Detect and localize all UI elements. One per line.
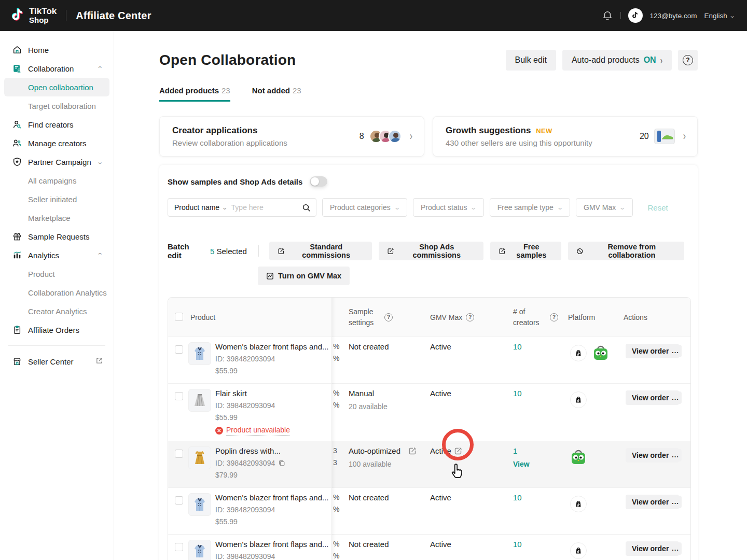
- sidebar-item-manage-creators[interactable]: Manage creators: [0, 134, 114, 152]
- sidebar-item-seller-initiated[interactable]: Seller initiated: [0, 190, 114, 208]
- sidebar-item-product-analytics[interactable]: Product: [0, 264, 114, 283]
- bulk-edit-button[interactable]: Bulk edit: [506, 50, 556, 71]
- button-label: Shop Ads commissions: [398, 243, 475, 259]
- shield-icon: [12, 157, 22, 166]
- clipboard-icon: [12, 325, 22, 334]
- more-actions-button[interactable]: ...: [669, 391, 682, 404]
- sidebar-item-marketplace[interactable]: Marketplace: [0, 208, 114, 227]
- button-label: Remove from collaboration: [588, 243, 676, 259]
- more-actions-button[interactable]: ...: [669, 496, 682, 508]
- button-label: Turn on GMV Max: [278, 272, 341, 280]
- show-samples-toggle[interactable]: [310, 176, 327, 187]
- tiktok-shop-platform-icon: [570, 345, 587, 361]
- edit-gmv-max-icon[interactable]: [454, 447, 462, 457]
- sidebar-item-creator-analytics[interactable]: Creator Analytics: [0, 302, 114, 320]
- sidebar-label: Find creators: [28, 120, 74, 129]
- product-title[interactable]: Women's blazer front flaps and...: [215, 342, 330, 351]
- table-row: Women's blazer front flaps and... ID: 39…: [168, 487, 690, 534]
- avatar: [388, 130, 402, 143]
- creator-applications-card[interactable]: Creator applications Review collaboratio…: [159, 116, 424, 157]
- product-title[interactable]: Women's blazer front flaps and...: [215, 540, 330, 549]
- sidebar-item-open-collaboration[interactable]: Open collaboartion: [4, 78, 109, 96]
- turn-on-gmv-max-button[interactable]: Turn on GMV Max: [258, 267, 350, 285]
- help-button[interactable]: ?: [678, 50, 698, 71]
- sidebar-item-collaboration[interactable]: Collaboration ⌃: [0, 59, 114, 78]
- help-icon[interactable]: ?: [384, 313, 393, 321]
- more-actions-button[interactable]: ...: [669, 542, 682, 555]
- gmv-max-status: Active: [430, 446, 451, 455]
- gmv-max-status: Active: [430, 540, 451, 549]
- account-avatar[interactable]: [628, 8, 643, 23]
- app-title: Affiliate Center: [76, 10, 151, 22]
- sidebar-item-all-campaigns[interactable]: All campaigns: [0, 171, 114, 190]
- gmv-max-status: Active: [430, 342, 451, 351]
- sidebar-label: Collaboration: [28, 64, 74, 73]
- search-input[interactable]: [231, 203, 302, 212]
- remove-from-collaboration-button[interactable]: Remove from collaboration: [568, 242, 684, 260]
- column-gmv-max: GMV Max ?: [430, 298, 474, 337]
- sidebar-item-analytics[interactable]: Analytics ⌃: [0, 246, 114, 264]
- sidebar-item-partner-campaign[interactable]: Partner Campaign ⌄: [0, 152, 114, 171]
- shop-ads-commissions-button[interactable]: Shop Ads commissions: [379, 242, 483, 260]
- more-actions-button[interactable]: ...: [669, 449, 682, 461]
- products-panel: Show samples and Shop Ads details Produc…: [159, 165, 698, 560]
- sidebar-item-affiliate-orders[interactable]: Affiliate Orders: [0, 320, 114, 339]
- product-id: ID: 398482093094: [215, 401, 275, 410]
- external-link-icon: [95, 357, 103, 366]
- product-status-dropdown[interactable]: Product status⌄: [413, 198, 484, 217]
- help-icon[interactable]: ?: [550, 313, 558, 321]
- row-checkbox[interactable]: [175, 392, 183, 400]
- product-title[interactable]: Women's blazer front flaps and...: [215, 493, 330, 502]
- sidebar-label: Collaboration Analytics: [28, 288, 107, 297]
- edit-sample-settings-icon[interactable]: [408, 447, 417, 457]
- sidebar-item-seller-center[interactable]: Seller Center: [0, 352, 114, 371]
- collaboration-icon: [12, 64, 22, 73]
- free-sample-type-dropdown[interactable]: Free sample type⌄: [490, 198, 570, 217]
- sidebar-item-find-creators[interactable]: Find creators: [0, 115, 114, 134]
- creators-count-link[interactable]: 10: [513, 389, 522, 398]
- more-actions-button[interactable]: ...: [669, 345, 682, 357]
- creators-count-link[interactable]: 10: [513, 493, 522, 502]
- creator-avatars: [369, 130, 402, 143]
- sidebar-item-home[interactable]: Home: [0, 40, 114, 59]
- sidebar-item-sample-requests[interactable]: Sample Requests: [0, 227, 114, 246]
- creators-count-link[interactable]: 1: [513, 446, 517, 455]
- dropdown-label: GMV Max: [584, 203, 616, 212]
- row-checkbox[interactable]: [175, 345, 183, 354]
- copy-icon[interactable]: [278, 459, 285, 467]
- product-image-blazer: [188, 540, 211, 560]
- language-selector[interactable]: English ⌄: [704, 12, 735, 20]
- product-title[interactable]: Poplin dress with...: [215, 446, 330, 455]
- gmv-max-dropdown[interactable]: GMV Max⌄: [576, 198, 632, 217]
- creators-count-link[interactable]: 10: [513, 342, 522, 351]
- dropdown-label: Free sample type: [497, 203, 554, 212]
- tab-added-products[interactable]: Added products 23: [159, 86, 230, 102]
- search-icon[interactable]: [302, 203, 311, 212]
- sidebar-item-collaboration-analytics[interactable]: Collaboration Analytics: [0, 283, 114, 302]
- select-all-checkbox[interactable]: [175, 313, 183, 321]
- row-checkbox[interactable]: [175, 496, 183, 505]
- table-row: Women's blazer front flaps and... ID: 39…: [168, 534, 690, 560]
- product-image-dress: [188, 446, 211, 469]
- sample-settings-value: Not created: [349, 342, 389, 351]
- view-creators-link[interactable]: View: [513, 460, 530, 468]
- tab-not-added[interactable]: Not added 23: [252, 86, 301, 102]
- growth-suggestions-card[interactable]: Growth suggestions NEW 430 other sellers…: [433, 116, 698, 157]
- row-checkbox[interactable]: [175, 450, 183, 458]
- search-field-selector[interactable]: Product name: [174, 203, 219, 212]
- auto-add-products-button[interactable]: Auto-add products ON ›: [562, 50, 672, 71]
- tiktok-logo-icon: [10, 7, 26, 24]
- tokopedia-platform-icon: [592, 345, 609, 363]
- gmv-max-status: Active: [430, 389, 451, 398]
- product-title[interactable]: Flair skirt: [215, 389, 330, 398]
- standard-commissions-button[interactable]: Standard commissions: [269, 242, 372, 260]
- row-checkbox[interactable]: [175, 543, 183, 551]
- help-icon[interactable]: ?: [466, 313, 474, 321]
- free-samples-button[interactable]: Free samples: [490, 242, 561, 260]
- reset-filters-button[interactable]: Reset: [648, 203, 668, 212]
- sidebar-item-target-collaboration[interactable]: Target collaboration: [0, 96, 114, 115]
- creators-count-link[interactable]: 10: [513, 540, 522, 549]
- notification-bell-icon[interactable]: [602, 10, 613, 21]
- product-categories-dropdown[interactable]: Product categories⌄: [322, 198, 407, 217]
- table-header: Product Sample settings ? GMV Max ? # of…: [168, 298, 690, 337]
